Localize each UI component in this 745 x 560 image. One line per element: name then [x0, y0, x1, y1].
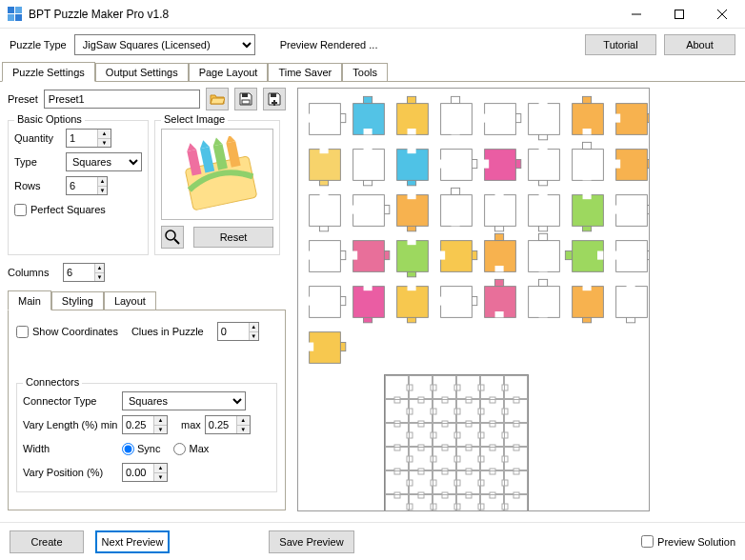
image-thumbnail[interactable]: [161, 129, 273, 220]
columns-stepper[interactable]: ▲▼: [63, 263, 105, 282]
svg-rect-127: [397, 287, 429, 318]
magnify-icon: [165, 230, 180, 245]
quantity-stepper[interactable]: ▲▼: [66, 129, 111, 148]
outline-cell: [385, 423, 409, 447]
subtab-layout[interactable]: Layout: [104, 291, 156, 310]
puzzle-piece: [569, 146, 607, 184]
create-button[interactable]: Create: [10, 530, 84, 553]
svg-rect-59: [439, 160, 445, 169]
svg-rect-73: [310, 195, 341, 227]
svg-rect-44: [583, 129, 592, 134]
subtab-main[interactable]: Main: [8, 290, 51, 310]
svg-rect-98: [308, 251, 313, 260]
save-preset-button[interactable]: [234, 88, 257, 110]
svg-rect-68: [583, 174, 592, 180]
svg-point-22: [166, 230, 175, 240]
puzzle-piece: [613, 100, 650, 138]
puzzle-piece: [437, 146, 475, 184]
connectors-group: Connectors Connector Type Squares Vary L…: [16, 383, 277, 492]
puzzle-piece: [437, 191, 475, 230]
vary-length-label: Vary Length (%) min: [23, 419, 118, 430]
maximize-button[interactable]: [657, 0, 700, 28]
tutorial-button[interactable]: Tutorial: [585, 34, 656, 55]
tab-puzzle-settings[interactable]: Puzzle Settings: [2, 62, 95, 82]
puzzle-piece: [393, 191, 432, 230]
outline-cell: [385, 494, 409, 511]
open-preset-button[interactable]: [206, 88, 229, 110]
svg-rect-91: [573, 195, 604, 227]
svg-rect-134: [495, 311, 504, 317]
save-preview-button[interactable]: Save Preview: [269, 530, 354, 553]
reset-button[interactable]: Reset: [193, 227, 273, 248]
puzzle-piece: [393, 100, 432, 138]
app-icon: [8, 7, 23, 22]
tab-time-saver[interactable]: Time Saver: [268, 63, 342, 81]
connector-type-select[interactable]: Squares: [122, 391, 246, 410]
svg-rect-140: [583, 285, 592, 290]
perfect-squares-checkbox[interactable]: Perfect Squares: [14, 204, 106, 216]
select-image-legend: Select Image: [161, 113, 228, 125]
connector-type-label: Connector Type: [23, 395, 118, 407]
puzzle-piece: [481, 283, 519, 321]
puzzle-piece: [613, 283, 650, 321]
puzzle-type-label: Puzzle Type: [10, 39, 67, 50]
svg-rect-38: [483, 114, 489, 123]
svg-rect-81: [452, 188, 460, 194]
puzzle-piece: [481, 146, 519, 184]
svg-rect-76: [353, 195, 385, 227]
svg-rect-145: [310, 332, 341, 364]
subtab-styling[interactable]: Styling: [51, 291, 104, 310]
puzzle-piece: [481, 191, 519, 230]
show-coordinates-checkbox[interactable]: Show Coordinates: [16, 326, 118, 338]
puzzle-piece: [306, 237, 344, 275]
svg-rect-25: [310, 104, 341, 135]
puzzle-piece: [306, 100, 344, 138]
puzzle-piece: [393, 237, 432, 275]
vary-length-max-stepper[interactable]: ▲▼: [205, 415, 251, 434]
width-max-radio[interactable]: Max: [173, 443, 209, 455]
about-button[interactable]: About: [664, 34, 735, 55]
svg-rect-55: [397, 150, 429, 181]
puzzle-piece: [613, 237, 650, 275]
tab-page-layout[interactable]: Page Layout: [189, 63, 269, 81]
save-preset-as-button[interactable]: [263, 88, 286, 110]
svg-rect-61: [485, 150, 516, 181]
width-sync-radio[interactable]: Sync: [122, 443, 160, 455]
minimize-button[interactable]: [614, 0, 657, 28]
preset-input[interactable]: [44, 90, 200, 109]
puzzle-piece: [481, 237, 519, 275]
svg-rect-128: [408, 285, 416, 290]
tab-tools[interactable]: Tools: [342, 63, 388, 81]
next-preview-button[interactable]: Next Preview: [95, 530, 170, 553]
outline-cell: [433, 470, 456, 494]
puzzle-piece: [350, 191, 388, 230]
outline-cell: [385, 470, 409, 494]
type-select[interactable]: Squares: [66, 152, 142, 171]
vary-position-stepper[interactable]: ▲▼: [122, 463, 168, 482]
puzzle-piece: [350, 283, 388, 321]
rows-label: Rows: [14, 180, 62, 191]
svg-rect-52: [353, 150, 385, 181]
clues-stepper[interactable]: ▲▼: [217, 322, 259, 341]
puzzle-piece: [613, 191, 650, 230]
svg-rect-100: [353, 241, 385, 272]
svg-rect-86: [495, 193, 504, 199]
svg-rect-70: [616, 150, 648, 181]
close-button[interactable]: [700, 0, 743, 28]
outline-cell: [409, 494, 433, 511]
tab-output-settings[interactable]: Output Settings: [95, 63, 189, 81]
outline-cell: [409, 399, 433, 423]
svg-rect-10: [271, 93, 276, 97]
puzzle-piece: [393, 146, 432, 184]
puzzle-piece: [350, 146, 388, 184]
vary-length-min-stepper[interactable]: ▲▼: [122, 415, 168, 434]
outline-cell: [409, 423, 433, 447]
rows-stepper[interactable]: ▲▼: [66, 176, 108, 195]
svg-rect-30: [408, 96, 416, 103]
magnify-button[interactable]: [161, 226, 184, 249]
puzzle-type-select[interactable]: JigSaw Squares (Licensed): [74, 34, 255, 55]
svg-rect-132: [495, 279, 504, 286]
outline-cell: [504, 447, 528, 470]
preview-solution-checkbox[interactable]: Preview Solution: [641, 535, 735, 548]
svg-rect-142: [616, 287, 648, 318]
